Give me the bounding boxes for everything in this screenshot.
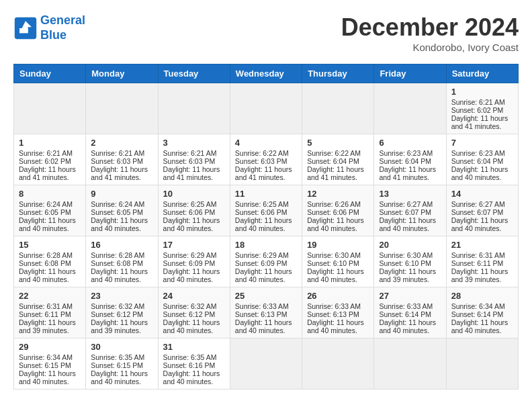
sunrise-text: Sunrise: 6:21 AM: [19, 149, 73, 157]
day-number: 13: [379, 189, 441, 199]
daylight-text: Daylight: 11 hours and 40 minutes.: [451, 165, 508, 181]
day-number: 6: [379, 138, 441, 148]
day-number: 23: [91, 291, 152, 301]
day-number: 11: [235, 189, 297, 199]
sunset-text: Sunset: 6:02 PM: [19, 157, 71, 165]
daylight-text: Daylight: 11 hours and 40 minutes.: [451, 216, 508, 232]
calendar-cell: [230, 83, 302, 134]
day-of-week-header: Thursday: [302, 64, 374, 83]
sunrise-text: Sunrise: 6:30 AM: [379, 251, 433, 259]
sunrise-text: Sunrise: 6:27 AM: [451, 200, 505, 208]
sunrise-text: Sunrise: 6:25 AM: [163, 200, 217, 208]
sunset-text: Sunset: 6:16 PM: [163, 361, 216, 369]
sunrise-text: Sunrise: 6:28 AM: [91, 251, 144, 259]
calendar-header-row: SundayMondayTuesdayWednesdayThursdayFrid…: [14, 64, 519, 83]
sunset-text: Sunset: 6:07 PM: [451, 208, 504, 216]
day-number: 12: [307, 189, 369, 199]
sunset-text: Sunset: 6:15 PM: [91, 361, 143, 369]
day-number: 20: [379, 240, 441, 250]
calendar-cell: 24Sunrise: 6:32 AMSunset: 6:12 PMDayligh…: [158, 287, 230, 338]
calendar-week-row: 22Sunrise: 6:31 AMSunset: 6:11 PMDayligh…: [14, 287, 519, 338]
day-of-week-header: Friday: [374, 64, 446, 83]
day-number: 29: [19, 342, 81, 352]
sunset-text: Sunset: 6:04 PM: [451, 157, 504, 165]
sunset-text: Sunset: 6:12 PM: [91, 310, 143, 318]
daylight-text: Daylight: 11 hours and 40 minutes.: [19, 216, 76, 232]
calendar-cell: [446, 338, 518, 390]
day-number: 1: [19, 138, 81, 148]
day-of-week-header: Saturday: [446, 64, 518, 83]
sunset-text: Sunset: 6:11 PM: [451, 259, 504, 267]
daylight-text: Daylight: 11 hours and 40 minutes.: [379, 318, 436, 334]
logo-line2: Blue: [40, 28, 66, 42]
sunset-text: Sunset: 6:14 PM: [379, 310, 431, 318]
daylight-text: Daylight: 11 hours and 40 minutes.: [307, 267, 364, 283]
daylight-text: Daylight: 11 hours and 39 minutes.: [19, 318, 76, 334]
sunset-text: Sunset: 6:09 PM: [163, 259, 216, 267]
sunrise-text: Sunrise: 6:23 AM: [451, 149, 505, 157]
daylight-text: Daylight: 11 hours and 41 minutes.: [379, 165, 436, 181]
sunset-text: Sunset: 6:06 PM: [307, 208, 359, 216]
calendar-cell: 5Sunrise: 6:22 AMSunset: 6:04 PMDaylight…: [302, 134, 374, 185]
daylight-text: Daylight: 11 hours and 39 minutes.: [379, 267, 436, 283]
day-number: 21: [451, 240, 513, 250]
calendar-cell: 16Sunrise: 6:28 AMSunset: 6:08 PMDayligh…: [86, 236, 158, 287]
sunset-text: Sunset: 6:06 PM: [163, 208, 216, 216]
day-of-week-header: Tuesday: [158, 64, 230, 83]
daylight-text: Daylight: 11 hours and 40 minutes.: [235, 267, 292, 283]
day-number: 28: [451, 291, 513, 301]
sunset-text: Sunset: 6:14 PM: [451, 310, 504, 318]
sunrise-text: Sunrise: 6:25 AM: [235, 200, 289, 208]
calendar-cell: [374, 338, 446, 390]
daylight-text: Daylight: 11 hours and 40 minutes.: [19, 267, 76, 283]
daylight-text: Daylight: 11 hours and 41 minutes.: [307, 165, 364, 181]
daylight-text: Daylight: 11 hours and 40 minutes.: [163, 369, 220, 385]
calendar-cell: 13Sunrise: 6:27 AMSunset: 6:07 PMDayligh…: [374, 185, 446, 236]
day-number: 8: [19, 189, 81, 199]
calendar-week-row: 1Sunrise: 6:21 AMSunset: 6:02 PMDaylight…: [14, 83, 519, 134]
day-number: 31: [163, 342, 225, 352]
calendar-cell: 12Sunrise: 6:26 AMSunset: 6:06 PMDayligh…: [302, 185, 374, 236]
sunset-text: Sunset: 6:08 PM: [91, 259, 143, 267]
day-number: 5: [307, 138, 369, 148]
day-number: 24: [163, 291, 225, 301]
sunset-text: Sunset: 6:04 PM: [379, 157, 431, 165]
sunrise-text: Sunrise: 6:31 AM: [451, 251, 505, 259]
calendar-cell: [302, 338, 374, 390]
calendar-cell: 15Sunrise: 6:28 AMSunset: 6:08 PMDayligh…: [14, 236, 86, 287]
calendar-cell: 8Sunrise: 6:24 AMSunset: 6:05 PMDaylight…: [14, 185, 86, 236]
sunrise-text: Sunrise: 6:33 AM: [379, 302, 433, 310]
sunset-text: Sunset: 6:13 PM: [307, 310, 359, 318]
calendar-cell: [374, 83, 446, 134]
daylight-text: Daylight: 11 hours and 41 minutes.: [163, 165, 220, 181]
sunrise-text: Sunrise: 6:27 AM: [379, 200, 433, 208]
daylight-text: Daylight: 11 hours and 40 minutes.: [451, 318, 508, 334]
day-number: 26: [307, 291, 369, 301]
sunrise-text: Sunrise: 6:31 AM: [19, 302, 73, 310]
sunset-text: Sunset: 6:10 PM: [307, 259, 359, 267]
day-number: 1: [451, 87, 513, 97]
daylight-text: Daylight: 11 hours and 39 minutes.: [91, 318, 148, 334]
logo-icon: [13, 16, 38, 40]
day-number: 15: [19, 240, 81, 250]
calendar-cell: 11Sunrise: 6:25 AMSunset: 6:06 PMDayligh…: [230, 185, 302, 236]
sunset-text: Sunset: 6:08 PM: [19, 259, 71, 267]
calendar-cell: 26Sunrise: 6:33 AMSunset: 6:13 PMDayligh…: [302, 287, 374, 338]
sunrise-text: Sunrise: 6:32 AM: [91, 302, 144, 310]
sunrise-text: Sunrise: 6:33 AM: [307, 302, 361, 310]
daylight-text: Daylight: 11 hours and 40 minutes.: [163, 318, 220, 334]
location: Kondorobo, Ivory Coast: [341, 42, 519, 53]
calendar-cell: 6Sunrise: 6:23 AMSunset: 6:04 PMDaylight…: [374, 134, 446, 185]
calendar-cell: 29Sunrise: 6:34 AMSunset: 6:15 PMDayligh…: [14, 338, 86, 390]
calendar-table: SundayMondayTuesdayWednesdayThursdayFrid…: [13, 64, 519, 390]
logo: General Blue: [13, 13, 85, 42]
calendar-cell: 27Sunrise: 6:33 AMSunset: 6:14 PMDayligh…: [374, 287, 446, 338]
sunset-text: Sunset: 6:06 PM: [235, 208, 287, 216]
sunset-text: Sunset: 6:02 PM: [451, 106, 504, 114]
sunset-text: Sunset: 6:03 PM: [91, 157, 143, 165]
calendar-cell: [86, 83, 158, 134]
sunset-text: Sunset: 6:05 PM: [91, 208, 143, 216]
sunrise-text: Sunrise: 6:21 AM: [91, 149, 144, 157]
sunset-text: Sunset: 6:04 PM: [307, 157, 359, 165]
daylight-text: Daylight: 11 hours and 41 minutes.: [19, 165, 76, 181]
